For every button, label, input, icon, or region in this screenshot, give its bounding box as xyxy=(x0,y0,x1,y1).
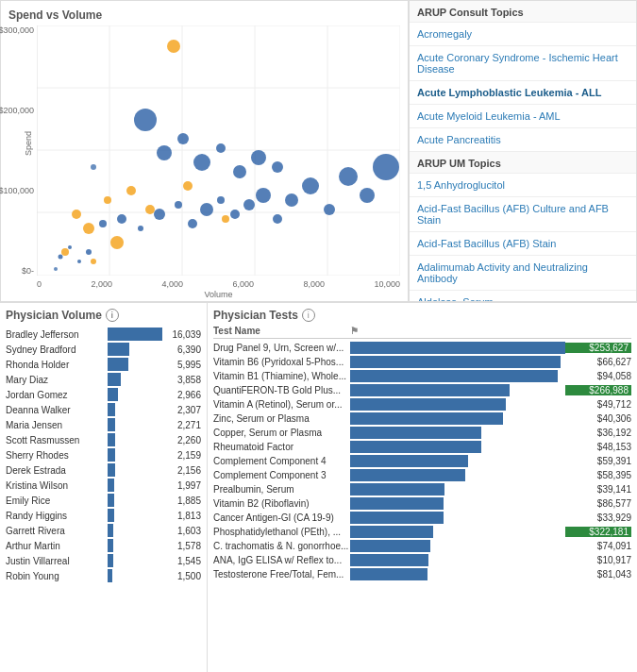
test-bar-container xyxy=(350,441,565,453)
volume-bar-container xyxy=(108,433,162,446)
physician-volume-row[interactable]: Kristina Wilson 1,997 xyxy=(6,479,201,492)
test-bar-container xyxy=(350,497,565,510)
arup-consult-item-4[interactable]: Acute Pancreatitis xyxy=(410,128,636,152)
physician-test-row[interactable]: Vitamin B2 (Riboflavin) $86,577 xyxy=(213,497,631,510)
physician-volume-info-icon[interactable]: i xyxy=(106,309,119,322)
physician-volume-row[interactable]: Randy Higgins 1,813 xyxy=(6,509,201,522)
arup-um-item-1[interactable]: Acid-Fast Bacillus (AFB) Culture and AFB… xyxy=(410,197,636,232)
arup-um-item-0[interactable]: 1,5 Anhydroglucitol xyxy=(410,174,636,197)
test-name: Rheumatoid Factor xyxy=(213,442,350,452)
test-name: Vitamin B6 (Pyridoxal 5-Phos... xyxy=(213,357,350,367)
physician-volume-row[interactable]: Bradley Jefferson 16,039 xyxy=(6,328,201,341)
physician-volume-row[interactable]: Derek Estrada 2,156 xyxy=(6,463,201,477)
test-name: Vitamin B2 (Riboflavin) xyxy=(213,498,350,509)
test-bar xyxy=(350,526,433,538)
test-bar xyxy=(350,512,444,524)
svg-point-39 xyxy=(302,177,319,194)
physician-volume-row[interactable]: Sydney Bradford 6,390 xyxy=(6,343,201,356)
scatter-panel: Spend vs Volume $300,000 $200,000 $100,0… xyxy=(0,0,409,302)
physician-test-row[interactable]: Vitamin A (Retinol), Serum or... $49,712 xyxy=(213,398,631,411)
svg-point-28 xyxy=(138,226,143,231)
physician-volume-row[interactable]: Maria Jensen 2,271 xyxy=(6,418,201,431)
arup-consult-item-1[interactable]: Acute Coronary Syndrome - Ischemic Heart… xyxy=(410,46,636,81)
arup-consult-item-0[interactable]: Acromegaly xyxy=(410,23,636,46)
physician-test-row[interactable]: Vitamin B1 (Thiamine), Whole... $94,058 xyxy=(213,370,631,382)
physician-name: Justin Villarreal xyxy=(6,556,105,566)
test-bar xyxy=(350,370,558,382)
physician-test-row[interactable]: Complement Component 4 $59,391 xyxy=(213,455,631,467)
physician-test-row[interactable]: Testosterone Free/Total, Fem... $81,043 xyxy=(213,568,631,580)
physician-volume-row[interactable]: Arthur Martin 1,578 xyxy=(6,539,201,552)
volume-bar xyxy=(108,479,114,492)
test-spend: $36,192 xyxy=(565,428,631,438)
physician-name: Rhonda Holder xyxy=(6,360,105,370)
test-name: Copper, Serum or Plasma xyxy=(213,428,350,438)
test-spend: $58,395 xyxy=(565,470,631,480)
volume-bar-container xyxy=(108,373,162,386)
arup-um-item-4[interactable]: Aldolase, Serum xyxy=(410,291,636,302)
physician-tests-info-icon[interactable]: i xyxy=(302,309,315,322)
test-bar-container xyxy=(350,469,565,481)
physician-test-row[interactable]: Copper, Serum or Plasma $36,192 xyxy=(213,427,631,439)
physician-test-row[interactable]: Phosphatidylethanol (PEth), ... $322,181 xyxy=(213,526,631,538)
svg-point-33 xyxy=(217,196,225,204)
test-spend: $266,988 xyxy=(565,385,631,395)
test-spend: $48,153 xyxy=(565,442,631,452)
test-bar xyxy=(350,427,481,439)
arup-um-item-2[interactable]: Acid-Fast Bacillus (AFB) Stain xyxy=(410,232,636,256)
volume-value: 2,307 xyxy=(165,405,201,415)
test-name: Complement Component 4 xyxy=(213,456,350,466)
test-spend: $94,058 xyxy=(565,371,631,381)
svg-point-52 xyxy=(91,164,96,170)
svg-point-32 xyxy=(200,203,213,216)
svg-point-50 xyxy=(251,150,266,165)
svg-point-14 xyxy=(83,223,94,234)
test-spend: $33,929 xyxy=(565,512,631,523)
physician-tests-panel: Physician Tests i Test Name ⚑ Drug Panel… xyxy=(208,303,637,672)
physician-test-row[interactable]: Prealbumin, Serum $39,141 xyxy=(213,483,631,496)
svg-point-37 xyxy=(273,214,282,224)
physician-test-row[interactable]: Complement Component 3 $58,395 xyxy=(213,469,631,481)
volume-value: 6,390 xyxy=(165,344,201,355)
physician-test-row[interactable]: C. trachomatis & N. gonorrhoe... $74,091 xyxy=(213,540,631,552)
volume-bar xyxy=(108,554,113,567)
physician-volume-row[interactable]: Deanna Walker 2,307 xyxy=(6,403,201,416)
test-name: Drug Panel 9, Urn, Screen w/... xyxy=(213,343,350,353)
physician-volume-row[interactable]: Mary Diaz 3,858 xyxy=(6,373,201,386)
physician-test-row[interactable]: Zinc, Serum or Plasma $40,306 xyxy=(213,412,631,425)
physician-test-row[interactable]: ANA, IgG ELISA w/ Reflex to... $10,917 xyxy=(213,554,631,566)
svg-point-24 xyxy=(77,260,81,263)
physician-volume-row[interactable]: Justin Villarreal 1,545 xyxy=(6,554,201,567)
arup-consult-item-3[interactable]: Acute Myeloid Leukemia - AML xyxy=(410,105,636,128)
physician-test-row[interactable]: QuantiFERON-TB Gold Plus... $266,988 xyxy=(213,384,631,396)
test-name: QuantiFERON-TB Gold Plus... xyxy=(213,385,350,395)
physician-volume-row[interactable]: Garrett Rivera 1,603 xyxy=(6,524,201,537)
physician-test-row[interactable]: Rheumatoid Factor $48,153 xyxy=(213,441,631,453)
physician-test-row[interactable]: Vitamin B6 (Pyridoxal 5-Phos... $66,627 xyxy=(213,356,631,368)
physician-test-row[interactable]: Cancer Antigen-GI (CA 19-9) $33,929 xyxy=(213,512,631,524)
test-bar-container xyxy=(350,398,565,411)
volume-value: 2,156 xyxy=(165,465,201,476)
physician-test-row[interactable]: Drug Panel 9, Urn, Screen w/... $253,627 xyxy=(213,342,631,354)
svg-point-15 xyxy=(126,186,136,195)
volume-value: 1,578 xyxy=(165,541,201,551)
physician-name: Emily Rice xyxy=(6,496,105,506)
arup-um-item-3[interactable]: Adalimumab Activity and Neutralizing Ant… xyxy=(410,256,636,291)
top-row: Spend vs Volume $300,000 $200,000 $100,0… xyxy=(0,0,637,302)
physician-volume-row[interactable]: Emily Rice 1,885 xyxy=(6,494,201,507)
svg-point-19 xyxy=(110,236,124,249)
test-spend: $81,043 xyxy=(565,569,631,580)
test-spend: $253,627 xyxy=(565,343,631,353)
arup-consult-item-2[interactable]: Acute Lymphoblastic Leukemia - ALL xyxy=(410,81,636,105)
physician-volume-row[interactable]: Scott Rasmussen 2,260 xyxy=(6,433,201,446)
svg-point-43 xyxy=(373,154,399,180)
volume-value: 3,858 xyxy=(165,375,201,385)
volume-value: 1,603 xyxy=(165,526,201,536)
physician-volume-row[interactable]: Jordan Gomez 2,966 xyxy=(6,388,201,401)
physician-volume-row[interactable]: Robin Young 1,500 xyxy=(6,569,201,582)
filter-icon[interactable]: ⚑ xyxy=(350,326,359,336)
test-spend: $74,091 xyxy=(565,541,631,551)
physician-volume-row[interactable]: Rhonda Holder 5,995 xyxy=(6,358,201,371)
physician-volume-row[interactable]: Sherry Rhodes 2,159 xyxy=(6,448,201,462)
volume-bar xyxy=(108,569,112,582)
